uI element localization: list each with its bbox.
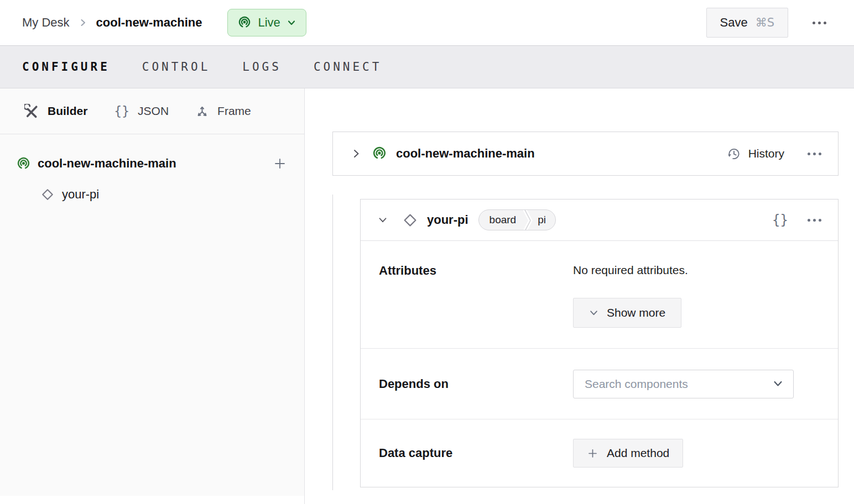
edit-json-button[interactable]: {} [772,212,788,228]
machine-part-title: cool-new-machine-main [396,146,535,161]
plus-icon [587,448,598,459]
save-shortcut: ⌘S [756,16,774,29]
content-area: Builder {} JSON Frame [0,88,854,504]
view-tab-json[interactable]: {} JSON [114,104,169,118]
add-component-button[interactable] [273,157,287,170]
plus-icon [273,157,287,170]
tree-item-your-pi[interactable]: your-pi [0,182,304,207]
view-tab-label: Frame [217,104,251,118]
top-bar: My Desk cool-new-machine Live Save ⌘S [0,0,854,45]
breadcrumb-current: cool-new-machine [96,15,202,30]
history-label: History [748,147,784,160]
section-label: Depends on [361,377,573,391]
viam-logo-icon [372,146,387,161]
machine-part-tree: cool-new-machine-main your-pi [0,134,304,207]
component-card-header: your-pi board pi {} [361,200,838,241]
tab-logs[interactable]: LOGS [242,60,282,74]
tab-control[interactable]: CONTROL [142,60,211,74]
chevron-down-icon [773,379,783,389]
viam-logo-icon [17,157,30,171]
chevron-right-icon[interactable] [350,147,363,160]
tab-connect[interactable]: CONNECT [314,60,382,74]
breadcrumb-parent[interactable]: My Desk [22,15,70,30]
more-options-button[interactable] [807,16,832,30]
section-depends-on: Depends on [361,348,838,419]
search-components-input[interactable] [585,377,773,391]
ellipsis-icon [813,22,826,24]
view-tab-label: Builder [48,104,87,118]
add-method-button[interactable]: Add method [573,439,683,468]
component-model: pi [533,210,555,230]
badge-divider-chevron [523,210,533,230]
machine-tab-bar: CONFIGURE CONTROL LOGS CONNECT [0,45,854,88]
show-more-label: Show more [607,306,665,319]
component-type-badge: board pi [478,209,556,230]
depends-on-select[interactable] [573,370,794,398]
attributes-empty-text: No required attributes. [573,264,688,277]
sidebar-scroll-gutter [0,496,304,504]
app-window: My Desk cool-new-machine Live Save ⌘S CO… [0,0,854,504]
component-type: board [479,210,524,230]
chevron-down-icon [287,18,296,27]
component-title: your-pi [427,213,468,227]
view-mode-tabs: Builder {} JSON Frame [0,88,304,134]
machine-status-dropdown[interactable]: Live [227,9,306,36]
history-button[interactable]: History [726,146,784,161]
save-button[interactable]: Save ⌘S [706,8,789,38]
viam-logo-icon [238,16,251,29]
chevron-down-icon[interactable] [377,214,389,226]
chevron-down-icon [589,308,598,318]
ellipsis-icon [808,219,821,222]
tree-item-label: cool-new-machine-main [38,156,176,171]
machine-part-card: cool-new-machine-main History [332,132,839,176]
section-data-capture: Data capture Add method [361,419,838,487]
tools-icon [24,104,39,119]
section-label: Data capture [361,446,573,460]
ellipsis-icon [808,153,821,155]
tree-connector-line [332,195,333,490]
axes-icon [195,104,209,118]
show-more-button[interactable]: Show more [573,298,681,328]
add-method-label: Add method [607,447,669,460]
component-diamond-icon [41,188,54,201]
tab-configure[interactable]: CONFIGURE [22,60,110,74]
section-attributes: Attributes No required attributes. Show … [361,241,838,348]
config-sidebar: Builder {} JSON Frame [0,88,305,504]
section-label: Attributes [361,264,573,278]
tree-item-label: your-pi [62,187,99,202]
component-card-menu-button[interactable] [806,216,822,225]
view-tab-builder[interactable]: Builder [24,104,87,119]
history-clock-icon [726,146,741,161]
view-tab-frame[interactable]: Frame [195,104,251,118]
config-main-panel: cool-new-machine-main History [305,88,854,504]
braces-icon: {} [114,104,129,118]
save-button-label: Save [720,15,748,30]
view-tab-label: JSON [138,104,169,118]
machine-card-menu-button[interactable] [806,149,822,159]
component-diamond-icon [403,213,418,228]
component-card-your-pi: your-pi board pi {} [360,199,839,487]
status-badge: Live [258,15,280,30]
tree-item-machine-main[interactable]: cool-new-machine-main [0,151,304,176]
breadcrumb-chevron-icon [79,18,87,27]
